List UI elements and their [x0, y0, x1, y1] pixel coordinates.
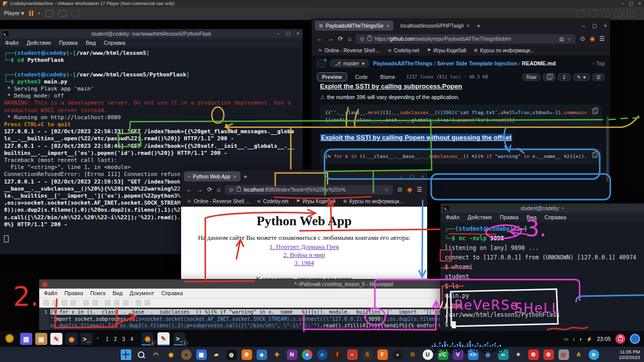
breadcrumb-dir[interactable]: Server Side Template Injection: [437, 60, 517, 66]
code-block-popen[interactable]: {{''.__class__.mro()[1].__subclasses__()…: [320, 105, 602, 128]
book-link[interactable]: 2. Война и мир: [181, 251, 427, 259]
search-icon[interactable]: [135, 300, 141, 306]
book-link[interactable]: 3. 1984: [181, 259, 427, 267]
tab-close-icon[interactable]: ×: [233, 174, 236, 179]
bell-tray-icon[interactable]: ◗: [579, 336, 582, 342]
move-tool-icon[interactable]: ✚: [272, 349, 282, 360]
menu-item[interactable]: Справка: [544, 214, 566, 220]
blue-cube-app-icon[interactable]: ◆: [257, 349, 267, 360]
file-explorer-icon[interactable]: ▰: [211, 349, 222, 360]
sidebar-toggle-icon[interactable]: [317, 59, 326, 67]
power-tray-icon[interactable]: ⚡: [586, 336, 592, 342]
back-to-top-link[interactable]: ↑ Top: [592, 60, 605, 66]
chevron-up-icon[interactable]: ^: [97, 336, 99, 341]
terminal-window-button[interactable]: >_ 2: [174, 332, 186, 345]
home-button[interactable]: ⌂: [348, 35, 351, 42]
host-clock[interactable]: 11:05 PM 10/2/2023: [619, 347, 640, 362]
firefox-window-button[interactable]: ◉ 2: [141, 332, 153, 345]
url-bar[interactable]: ⊙ https://github.com/swisskyrepo/Payload…: [356, 34, 575, 44]
reader-mode-icon[interactable]: ▤: [559, 36, 564, 42]
menu-item[interactable]: Правка: [500, 214, 518, 220]
edit-button[interactable]: ✎ ▾: [573, 73, 590, 81]
menu-item[interactable]: Правка: [59, 40, 77, 46]
back-button[interactable]: ←: [317, 35, 323, 42]
vm-clock[interactable]: 23:05: [597, 336, 611, 342]
reload-button[interactable]: ⟳: [338, 35, 343, 42]
star-app-icon[interactable]: ✶: [513, 349, 524, 360]
bookmark-online-reverse-shell[interactable]: ☠ Online - Reverse Shell ...: [187, 199, 250, 204]
blue-tray-icon[interactable]: [630, 334, 640, 344]
menu-item[interactable]: Файл: [5, 40, 19, 46]
onenote-icon[interactable]: N: [287, 349, 297, 360]
photos-app-icon[interactable]: ●: [181, 349, 192, 360]
payload-text[interactable]: {% for x in ().__class__.__base__.__subc…: [49, 308, 508, 330]
maximize-button[interactable]: ▢: [410, 174, 414, 179]
save-file-icon[interactable]: [61, 300, 67, 306]
send-ctrl-alt-del-icon[interactable]: [45, 10, 53, 17]
menu-item[interactable]: Справка: [161, 290, 183, 296]
telegram-icon[interactable]: ➤: [589, 349, 599, 360]
pocket-shield-icon[interactable]: ⊙: [397, 186, 403, 193]
paste-icon[interactable]: [123, 300, 129, 306]
shield-icon[interactable]: ⊙: [360, 36, 364, 42]
terminal-nc-titlebar[interactable]: $_ student@codeby: ~: [441, 204, 644, 213]
search-replace-icon[interactable]: [144, 300, 150, 306]
scrollbar-thumb[interactable]: [606, 116, 609, 182]
blender-icon[interactable]: ʘ: [408, 349, 418, 360]
vmware-minimize-button[interactable]: –: [621, 1, 624, 6]
menu-item[interactable]: Документ: [130, 290, 154, 296]
red-gear-icon-1[interactable]: ⚙: [528, 349, 539, 360]
mousepad-launcher-icon[interactable]: ✎: [50, 333, 62, 345]
tab-close-icon[interactable]: ×: [467, 23, 470, 29]
menu-item[interactable]: Вид: [526, 214, 536, 220]
bookmark-courses[interactable]: ⊕ Курсы по информаци...: [474, 48, 534, 53]
menu-item[interactable]: Поиск: [90, 290, 105, 296]
vmware-close-button[interactable]: ×: [638, 1, 641, 6]
home-button[interactable]: ⌂: [217, 186, 220, 193]
tab-preview[interactable]: Preview: [317, 72, 347, 81]
code-block-for-loop[interactable]: {% for x in ().__class__.__base__.__subc…: [320, 148, 602, 164]
pause-dropdown-icon[interactable]: ▾: [38, 11, 40, 16]
maximize-button[interactable]: ▢: [592, 23, 597, 29]
workspace-switcher[interactable]: 1 2 3 4: [106, 336, 135, 342]
monitor-app-icon[interactable]: ◠: [151, 349, 162, 360]
firefox-icon[interactable]: f: [332, 349, 343, 360]
breadcrumb-repo[interactable]: PayloadsAllTheThings: [373, 60, 432, 66]
download-button[interactable]: ↧: [558, 73, 570, 81]
f-app-icon[interactable]: F: [377, 349, 388, 360]
terminal-nc-output[interactable]: ┌──(student㉿codeby)-[~]└─$ nc -nvlp 9898…: [441, 222, 644, 332]
colorful-app-icon[interactable]: ◉: [166, 349, 177, 360]
calendar-app-icon[interactable]: ▦: [196, 349, 207, 360]
bookmark-codeby-games[interactable]: ⚑ Игры Кодебай: [296, 199, 336, 204]
bookmark-star-icon[interactable]: ☆: [567, 36, 572, 42]
open-file-icon[interactable]: [52, 300, 58, 306]
maximize-button[interactable]: ▢: [286, 29, 290, 38]
screen-lock-icon[interactable]: [615, 334, 625, 344]
minimize-button[interactable]: –: [399, 174, 403, 179]
undo-icon[interactable]: [83, 300, 89, 306]
new-tab-button[interactable]: +: [244, 173, 248, 180]
tab-blame[interactable]: Blame: [376, 73, 400, 81]
menu-item[interactable]: Справка: [104, 40, 125, 46]
vm-cd-device-icon[interactable]: [602, 10, 610, 17]
close-button[interactable]: ×: [421, 174, 424, 179]
bookmark-codeby[interactable]: w Codeby.net: [388, 48, 419, 53]
firefox-launcher-icon[interactable]: ◉: [65, 333, 77, 345]
reload-button[interactable]: ⟳: [207, 186, 212, 193]
minimize-button[interactable]: –: [277, 29, 280, 38]
bookmark-courses[interactable]: ⊕ Курсы по информаци...: [343, 199, 404, 204]
branch-selector[interactable]: ⎇ master ▾: [330, 59, 369, 67]
mousepad-window-button[interactable]: ✎: [157, 332, 170, 345]
outline-button[interactable]: ☰: [592, 73, 605, 81]
bookmark-codeby-games[interactable]: ⚑ Игры Кодебай: [427, 48, 466, 53]
forward-button[interactable]: →: [328, 35, 334, 42]
save-as-icon[interactable]: [70, 300, 76, 306]
search-icon[interactable]: [136, 349, 146, 360]
menu-item[interactable]: Вид: [113, 290, 123, 296]
tab-payloadsallthethings[interactable]: ⊙ PayloadsAllTheThings/Se ×: [315, 21, 393, 31]
heading-popen-no-offset[interactable]: Exploit the SSTI by calling Popen withou…: [320, 134, 512, 141]
tab-python-web-app[interactable]: • Python Web App ×: [184, 171, 240, 182]
player-menu-button[interactable]: Player ▾: [4, 10, 24, 17]
vm-usb-device-icon[interactable]: [627, 10, 635, 17]
close-button[interactable]: ×: [296, 29, 299, 38]
